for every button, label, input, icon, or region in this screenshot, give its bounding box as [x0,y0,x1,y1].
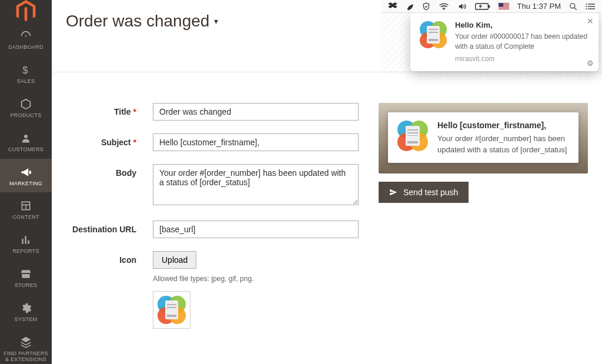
icon-label: Icon [119,255,136,265]
svg-point-9 [586,6,587,7]
system-icon [20,302,32,315]
flag-icon[interactable] [499,3,509,10]
products-icon [19,98,32,111]
dropbox-icon[interactable] [388,2,397,11]
upload-hint: Allowed file types: jpeg, gif, png. [153,275,359,283]
preview-panel: Hello [customer_firstname], Your order #… [379,103,588,342]
sidebar-item-products[interactable]: PRODUCTS [0,91,52,125]
sidebar-item-label: FIND PARTNERS& EXTENSIONS [4,351,48,363]
svg-point-3 [570,3,575,8]
shield-icon[interactable] [422,2,430,11]
admin-sidebar: DASHBOARD$SALESPRODUCTSCUSTOMERSMARKETIN… [0,0,52,364]
customers-icon [21,132,31,145]
notification-app-icon [419,20,448,49]
sidebar-item-marketing[interactable]: MARKETING [0,159,52,193]
volume-icon[interactable] [457,2,467,11]
os-notification: ✕ ⚙ Hello Kim, Your order #000000017 has… [410,13,598,71]
title-input[interactable] [153,103,359,121]
macos-menubar: Thu 1:37 PM [381,0,602,13]
content-icon [20,199,32,212]
destination-url-input[interactable] [153,221,359,238]
sidebar-item-label: MARKETING [9,181,42,187]
send-test-push-label: Send test push [403,188,458,197]
magento-logo[interactable] [0,0,52,22]
leaf-icon[interactable] [406,2,414,11]
subject-input[interactable] [153,133,359,151]
sidebar-item-label: PRODUCTS [11,113,42,119]
preview-app-icon [396,119,429,152]
sidebar-item-partners[interactable]: FIND PARTNERS& EXTENSIONS [0,329,52,364]
spotlight-icon[interactable] [569,2,577,11]
svg-point-0 [443,9,444,10]
os-notification-card[interactable]: ✕ ⚙ Hello Kim, Your order #000000017 has… [410,13,598,71]
page-title-text: Order was changed [66,12,209,31]
svg-point-10 [586,8,587,9]
wifi-icon[interactable] [439,3,449,10]
close-icon[interactable]: ✕ [587,16,594,26]
sidebar-item-content[interactable]: CONTENT [0,192,52,226]
sidebar-item-label: DASHBOARD [8,45,44,51]
sidebar-item-sales[interactable]: $SALES [0,56,52,91]
os-notification-body: Your order #000000017 has been updated w… [455,32,587,51]
preview-notification: Hello [customer_firstname], Your order #… [388,112,578,163]
destination-url-label: Destination URL [72,225,136,234]
send-test-push-button[interactable]: Send test push [379,182,469,203]
required-asterisk: * [133,138,136,147]
battery-icon[interactable] [475,3,490,10]
sidebar-item-label: SYSTEM [15,317,38,323]
reports-icon [20,233,32,246]
caret-down-icon: ▾ [214,16,218,26]
form: Title* Subject* Body Your order #[order_… [71,103,359,342]
icon-preview[interactable] [153,291,190,329]
svg-line-4 [574,7,577,9]
preview-backdrop: Hello [customer_firstname], Your order #… [379,103,588,173]
sidebar-item-reports[interactable]: REPORTS [0,226,52,261]
stores-icon [19,268,32,280]
sidebar-item-label: CONTENT [12,215,39,221]
menubar-clock[interactable]: Thu 1:37 PM [517,2,561,11]
sidebar-item-stores[interactable]: STORES [0,261,52,295]
subject-label: Subject [101,138,131,147]
svg-rect-2 [489,5,490,7]
paper-plane-icon [389,188,397,196]
sidebar-item-system[interactable]: SYSTEM [0,295,52,329]
dashboard-icon [19,29,32,42]
body-input[interactable]: Your order #[order_number] has been upda… [153,164,359,205]
sidebar-item-label: REPORTS [12,249,39,255]
sales-icon: $ [20,64,32,76]
gear-icon[interactable]: ⚙ [587,59,594,68]
marketing-icon [19,166,32,179]
sidebar-item-label: STORES [15,283,38,289]
svg-rect-1 [475,3,488,9]
body-label: Body [116,168,136,178]
sidebar-item-customers[interactable]: CUSTOMERS [0,125,52,159]
svg-text:$: $ [22,65,28,76]
partners-icon [19,336,32,349]
required-asterisk: * [133,107,136,116]
list-icon[interactable] [586,3,595,10]
title-label: Title [114,107,131,116]
sidebar-item-dashboard[interactable]: DASHBOARD [0,22,52,56]
preview-subject: Hello [customer_firstname], [437,119,570,131]
sidebar-item-label: SALES [17,79,35,85]
os-notification-title: Hello Kim, [455,20,590,31]
upload-button[interactable]: Upload [153,251,196,269]
svg-point-8 [586,4,587,5]
os-notification-domain: mirasvit.com [455,54,590,64]
preview-body: Your order #[order_number] has been upda… [437,134,567,154]
sidebar-item-label: CUSTOMERS [8,147,44,153]
